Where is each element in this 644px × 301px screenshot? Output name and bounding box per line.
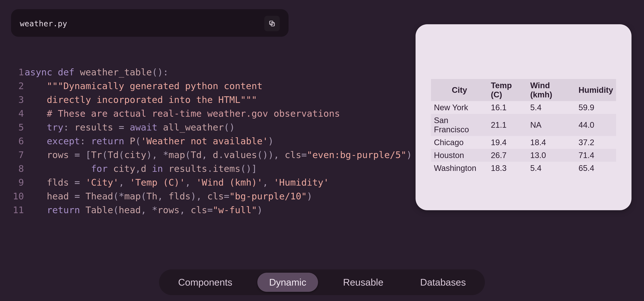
table-cell: NA (527, 114, 576, 136)
table-row: Chicago19.418.437.2 (431, 136, 616, 149)
table-cell: 44.0 (576, 114, 616, 136)
line-number: 10 (11, 190, 25, 203)
line-number: 4 (11, 107, 25, 120)
table-cell: Chicago (431, 136, 488, 149)
line-number: 8 (11, 162, 25, 176)
table-cell: 21.1 (488, 114, 527, 136)
tab-databases[interactable]: Databases (408, 273, 478, 292)
code-line: 4 # These are actual real-time weather.g… (11, 107, 412, 120)
line-number: 9 (11, 176, 25, 190)
table-cell: 18.3 (488, 162, 527, 174)
code-source: async def weather_table(): (25, 66, 168, 79)
table-cell: New York (431, 101, 488, 114)
preview-card: CityTemp (C)Wind (kmh)Humidity New York1… (416, 24, 632, 210)
table-cell: 16.1 (488, 101, 527, 114)
table-header-row: CityTemp (C)Wind (kmh)Humidity (431, 79, 616, 101)
code-line: 8 for city,d in results.items()] (11, 162, 412, 176)
table-row: San Francisco21.1NA44.0 (431, 114, 616, 136)
tab-dynamic[interactable]: Dynamic (257, 273, 318, 292)
tab-reusable[interactable]: Reusable (331, 273, 395, 292)
code-card: weather.py (11, 9, 288, 37)
code-source: head = Thead(*map(Th, flds), cls="bg-pur… (25, 190, 312, 203)
table-header-cell: Wind (kmh) (527, 79, 576, 101)
code-source: except: return P('Weather not available'… (25, 134, 274, 148)
table-cell: 19.4 (488, 136, 527, 149)
table-cell: 5.4 (527, 101, 576, 114)
tab-components[interactable]: Components (166, 273, 244, 292)
code-line: 11 return Table(head, *rows, cls="w-full… (11, 203, 412, 217)
code-source: """Dynamically generated python content (25, 79, 262, 93)
table-cell: Houston (431, 149, 488, 162)
line-number: 1 (11, 66, 25, 79)
code-source: # These are actual real-time weather.gov… (25, 107, 340, 120)
code-source: directly incorporated into the HTML""" (25, 93, 257, 107)
filename-label: weather.py (20, 19, 67, 28)
table-header-cell: Humidity (576, 79, 616, 101)
table-cell: 13.0 (527, 149, 576, 162)
code-line: 7 rows = [Tr(Td(city), *map(Td, d.values… (11, 148, 412, 162)
table-cell: 26.7 (488, 149, 527, 162)
table-cell: 5.4 (527, 162, 576, 174)
code-line: 9 flds = 'City', 'Temp (C)', 'Wind (kmh)… (11, 176, 412, 190)
line-number: 5 (11, 120, 25, 134)
code-source: flds = 'City', 'Temp (C)', 'Wind (kmh)',… (25, 176, 329, 190)
table-cell: 37.2 (576, 136, 616, 149)
code-line: 1async def weather_table(): (11, 66, 412, 79)
code-header: weather.py (11, 9, 288, 37)
line-number: 6 (11, 134, 25, 148)
code-line: 6 except: return P('Weather not availabl… (11, 134, 412, 148)
code-line: 2 """Dynamically generated python conten… (11, 79, 412, 93)
stage: weather.py 1async def weather_table():2 … (0, 0, 644, 301)
code-source: for city,d in results.items()] (25, 162, 257, 176)
weather-table: CityTemp (C)Wind (kmh)Humidity New York1… (431, 79, 616, 174)
code-source: return Table(head, *rows, cls="w-full") (25, 203, 263, 217)
code-line: 5 try: results = await all_weather() (11, 120, 412, 134)
table-cell: San Francisco (431, 114, 488, 136)
table-header-cell: City (431, 79, 488, 101)
line-number: 3 (11, 93, 25, 107)
copy-button[interactable] (264, 16, 280, 31)
table-cell: 18.4 (527, 136, 576, 149)
code-source: try: results = await all_weather() (25, 120, 235, 134)
code-block: 1async def weather_table():2 """Dynamica… (11, 66, 412, 217)
line-number: 2 (11, 79, 25, 93)
table-row: New York16.15.459.9 (431, 101, 616, 114)
table-cell: Washington (431, 162, 488, 174)
line-number: 11 (11, 203, 25, 217)
tab-bar: ComponentsDynamicReusableDatabases (159, 270, 485, 295)
table-row: Houston26.713.071.4 (431, 149, 616, 162)
table-row: Washington18.35.465.4 (431, 162, 616, 174)
code-line: 3 directly incorporated into the HTML""" (11, 93, 412, 107)
table-header-cell: Temp (C) (488, 79, 527, 101)
copy-icon (268, 20, 276, 27)
table-cell: 71.4 (576, 149, 616, 162)
table-cell: 65.4 (576, 162, 616, 174)
code-source: rows = [Tr(Td(city), *map(Td, d.values()… (25, 148, 412, 162)
code-line: 10 head = Thead(*map(Th, flds), cls="bg-… (11, 190, 412, 203)
line-number: 7 (11, 148, 25, 162)
table-cell: 59.9 (576, 101, 616, 114)
